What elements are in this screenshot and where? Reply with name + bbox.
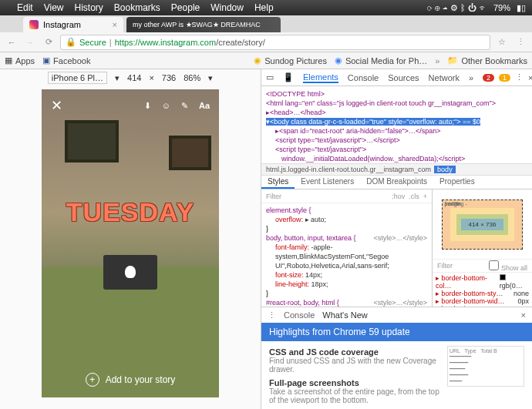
back-button[interactable]: ← xyxy=(5,35,19,49)
tab-label: my other AWP is ★SWAG★ DREAMHAC xyxy=(133,21,261,28)
forward-button[interactable]: → xyxy=(23,35,37,49)
tab-properties[interactable]: Properties xyxy=(433,176,481,189)
warning-count[interactable]: 1 xyxy=(499,74,510,82)
menu-window[interactable]: Window xyxy=(210,2,244,13)
download-icon[interactable]: ⬇ xyxy=(144,101,151,111)
error-count[interactable]: 2 xyxy=(483,74,494,82)
add-icon[interactable]: + xyxy=(86,373,99,387)
selected-node: ▾<body class data-gr-c-s-loaded="true" s… xyxy=(266,118,480,126)
apps-icon[interactable]: ▦ Apps xyxy=(5,55,35,65)
device-width[interactable]: 414 xyxy=(127,73,141,82)
feature-desc: Take a screenshot of the entire page, fr… xyxy=(269,387,439,404)
menu-help[interactable]: Help xyxy=(254,2,274,13)
menu-history[interactable]: History xyxy=(74,2,103,13)
more-tabs-icon[interactable]: » xyxy=(469,73,473,82)
story-preview: ✕ ⬇ ☺ ✎ Aa TUESDAY + Add to your story xyxy=(42,89,219,397)
battery-pct: 79% xyxy=(493,3,510,12)
chrome-toolbar: ← → ⟳ 🔒 Secure | https://www.instagram.c… xyxy=(0,32,532,52)
breadcrumb[interactable]: html.js.logged-in.client-root.touch.gr__… xyxy=(261,163,532,176)
tab-sources[interactable]: Sources xyxy=(388,73,419,82)
drawer-menu-icon[interactable]: ⋮ xyxy=(268,310,276,320)
tab-event-listeners[interactable]: Event Listeners xyxy=(295,176,360,189)
dom-tree[interactable]: <!DOCTYPE html> <html lang="en" class="j… xyxy=(261,86,532,163)
sticker-icon[interactable]: ☺ xyxy=(162,101,170,110)
other-bookmarks[interactable]: 📁 Other Bookmarks xyxy=(447,55,527,65)
chevron-down-icon[interactable]: ▾ xyxy=(115,73,120,83)
mac-menubar: Edit View History Bookmarks People Windo… xyxy=(0,0,532,15)
reload-button[interactable]: ⟳ xyxy=(42,35,56,49)
styles-filter[interactable]: Filter xyxy=(266,193,281,200)
menu-people[interactable]: People xyxy=(171,2,200,13)
battery-icon: ▮▯ xyxy=(517,3,526,13)
device-mode-icon[interactable]: 📱 xyxy=(283,72,294,82)
show-all-checkbox[interactable] xyxy=(489,260,499,270)
tab-dom-breakpoints[interactable]: DOM Breakpoints xyxy=(360,176,433,189)
feature-title: CSS and JS code coverage xyxy=(269,347,439,357)
star-icon[interactable]: ☆ xyxy=(495,35,509,49)
story-text-overlay[interactable]: TUESDAY xyxy=(42,197,219,227)
chrome-tabstrip: Instagram × my other AWP is ★SWAG★ DREAM… xyxy=(0,15,532,32)
cls-toggle[interactable]: .cls xyxy=(409,193,419,200)
menu-bookmarks[interactable]: Bookmarks xyxy=(114,2,160,13)
text-tool[interactable]: Aa xyxy=(199,101,210,110)
tab-network[interactable]: Network xyxy=(429,73,460,82)
tab-drawer-console[interactable]: Console xyxy=(284,310,315,320)
device-preview-pane: iPhone 6 Pl… ▾ 414 × 736 86% ▾ ✕ ⬇ ☺ ✎ xyxy=(0,69,261,409)
devtools-panel: ▭ 📱 Elements Console Sources Network » 2… xyxy=(261,69,532,409)
url-path: /create/story/ xyxy=(216,38,265,47)
chrome-menu-icon[interactable]: ⋮ xyxy=(513,35,527,49)
lock-icon: 🔒 xyxy=(66,37,76,47)
tab-instagram[interactable]: Instagram × xyxy=(23,17,123,32)
devtools-close-icon[interactable]: × xyxy=(528,73,532,82)
styles-tabstrip: Styles Event Listeners DOM Breakpoints P… xyxy=(261,176,532,189)
menu-view[interactable]: View xyxy=(44,2,64,13)
tab-whats-new[interactable]: What's New xyxy=(322,310,367,320)
bookmark-facebook[interactable]: ▣ Facebook xyxy=(42,55,90,65)
zoom-select[interactable]: 86% xyxy=(184,73,200,82)
bookmark-sundog[interactable]: ◉ Sundog Pictures xyxy=(254,55,327,65)
inspect-icon[interactable]: ▭ xyxy=(266,72,274,82)
hov-toggle[interactable]: :hov xyxy=(392,193,405,200)
draw-icon[interactable]: ✎ xyxy=(181,101,188,111)
tab-elements[interactable]: Elements xyxy=(303,72,338,83)
url-host: https://www.instagram.com xyxy=(115,38,216,47)
whats-new-header: Highlights from Chrome 59 update xyxy=(261,323,532,341)
drawer-close-icon[interactable]: × xyxy=(521,310,526,320)
feature-desc: Find unused CSS and JS with the new Cove… xyxy=(269,357,439,374)
computed-pane: margin border padding - 414 × 736 Filter… xyxy=(432,189,532,307)
computed-list[interactable]: ▸ border-bottom-col… rgb(0… ▸ border-bot… xyxy=(433,273,532,307)
tab-label: Instagram xyxy=(43,20,81,29)
styles-pane[interactable]: Filter :hov .cls + element.style { overf… xyxy=(261,189,432,307)
bookmarks-bar: ▦ Apps ▣ Facebook ◉ Sundog Pictures ◉ So… xyxy=(0,52,532,69)
chevron-down-icon[interactable]: ▾ xyxy=(208,73,213,83)
tab-other[interactable]: my other AWP is ★SWAG★ DREAMHAC xyxy=(126,17,281,32)
coverage-thumb: URL Type Total B━━━━━━━━━━━━━━━━━━━━━━━━… xyxy=(447,346,524,404)
tab-styles[interactable]: Styles xyxy=(261,176,295,189)
computed-filter[interactable]: Filter xyxy=(437,262,453,270)
status-icons: ⟳ ⊕ ☁ ⚙ ᛒ ⏻ ᯤ xyxy=(427,3,487,13)
devtools-tabstrip: ▭ 📱 Elements Console Sources Network » 2… xyxy=(261,69,532,86)
bookmark-social[interactable]: ◉ Social Media for Ph… xyxy=(335,55,427,65)
close-icon[interactable]: ✕ xyxy=(51,97,62,114)
box-model[interactable]: margin border padding - 414 × 736 xyxy=(433,189,532,259)
device-toolbar: iPhone 6 Pl… ▾ 414 × 736 86% ▾ xyxy=(0,69,261,86)
device-height[interactable]: 736 xyxy=(162,73,176,82)
instagram-favicon xyxy=(29,20,39,29)
tab-close-icon[interactable]: × xyxy=(113,20,117,29)
add-rule-icon[interactable]: + xyxy=(423,193,427,200)
add-story-label[interactable]: Add to your story xyxy=(106,374,176,385)
tab-console[interactable]: Console xyxy=(348,73,379,82)
secure-label: Secure xyxy=(79,38,106,47)
feature-title: Full-page screenshots xyxy=(269,378,439,387)
menu-edit[interactable]: Edit xyxy=(17,2,33,13)
devtools-menu-icon[interactable]: ⋮ xyxy=(515,72,524,82)
devtools-drawer: ⋮ Console What's New × Highlights from C… xyxy=(261,307,532,409)
address-bar[interactable]: 🔒 Secure | https://www.instagram.com /cr… xyxy=(60,35,490,50)
device-select[interactable]: iPhone 6 Pl… xyxy=(48,72,107,84)
